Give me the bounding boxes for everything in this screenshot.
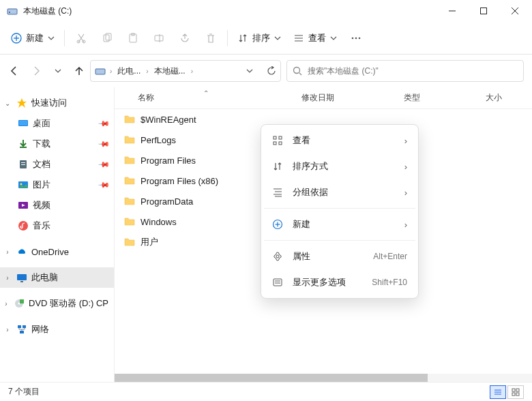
- monitor-icon: [16, 272, 27, 283]
- chevron-right-icon[interactable]: ›: [3, 326, 12, 333]
- sort-button[interactable]: 排序: [232, 26, 286, 50]
- chevron-right-icon[interactable]: ›: [3, 274, 12, 282]
- sidebar-quick-access[interactable]: ⌄ 快速访问: [0, 93, 114, 113]
- search-input[interactable]: [308, 66, 518, 76]
- search-bar[interactable]: [286, 60, 524, 82]
- delete-button[interactable]: [198, 26, 223, 50]
- close-button[interactable]: [499, 0, 531, 22]
- breadcrumb-item[interactable]: 本地磁...: [153, 65, 187, 77]
- sidebar-music[interactable]: 音乐: [15, 216, 114, 236]
- divider: [64, 30, 65, 46]
- column-headers: 名称⌃ 修改日期 类型 大小: [115, 87, 532, 109]
- plus-circle-icon: [11, 33, 22, 44]
- new-button[interactable]: 新建: [5, 26, 60, 50]
- address-bar[interactable]: › 此电... › 本地磁... ›: [90, 60, 281, 82]
- copy-button[interactable]: [95, 26, 119, 50]
- folder-icon: [124, 175, 135, 186]
- sidebar-documents[interactable]: 文档📌: [15, 154, 114, 175]
- sidebar-this-pc[interactable]: ›此电脑: [0, 267, 114, 288]
- ctx-show-more[interactable]: 显示更多选项 Shift+F10: [264, 269, 415, 295]
- svg-rect-35: [17, 274, 27, 280]
- rename-button[interactable]: [147, 26, 171, 50]
- share-button[interactable]: [173, 26, 197, 50]
- svg-rect-49: [516, 393, 519, 396]
- group-icon: [272, 187, 283, 198]
- svg-point-34: [18, 221, 28, 231]
- star-icon: [16, 98, 27, 108]
- horizontal-scrollbar[interactable]: [115, 374, 532, 382]
- chevron-down-icon[interactable]: ⌄: [3, 100, 12, 107]
- cut-button[interactable]: [69, 26, 93, 50]
- sidebar-desktop[interactable]: 桌面📌: [15, 113, 114, 134]
- ctx-view[interactable]: 查看 ›: [264, 128, 415, 153]
- ctx-new[interactable]: 新建 ›: [264, 211, 415, 237]
- svg-rect-27: [19, 121, 27, 125]
- separator: [264, 208, 415, 209]
- context-menu: 查看 › 排序方式 › 分组依据 › 新建 › 属性 Alt+Enter 显示更…: [261, 124, 419, 299]
- sidebar-onedrive[interactable]: ›OneDrive: [0, 241, 114, 262]
- more-button[interactable]: [344, 26, 368, 50]
- svg-point-32: [20, 183, 23, 185]
- column-date[interactable]: 修改日期: [292, 92, 394, 104]
- drive-icon: [7, 5, 18, 16]
- chevron-right-icon: ›: [404, 136, 407, 146]
- scrollbar-thumb[interactable]: [115, 374, 428, 382]
- back-button[interactable]: [8, 65, 19, 76]
- recent-button[interactable]: [55, 68, 61, 74]
- view-details-button[interactable]: [490, 385, 506, 399]
- properties-icon: [272, 251, 283, 262]
- column-name[interactable]: 名称⌃: [115, 92, 292, 104]
- network-icon: [16, 324, 27, 335]
- view-thumbnails-button[interactable]: [507, 385, 524, 399]
- column-size[interactable]: 大小: [476, 92, 532, 104]
- chevron-down-icon: [330, 35, 337, 42]
- pin-icon: 📌: [97, 137, 110, 150]
- svg-point-24: [294, 68, 300, 74]
- video-icon: [18, 200, 29, 211]
- breadcrumb-item[interactable]: 此电...: [116, 65, 142, 77]
- svg-rect-30: [21, 164, 25, 165]
- pictures-icon: [18, 179, 29, 190]
- chevron-right-icon[interactable]: ›: [190, 68, 194, 75]
- svg-rect-47: [516, 389, 519, 391]
- column-type[interactable]: 类型: [394, 92, 476, 104]
- svg-rect-41: [23, 325, 26, 328]
- sidebar-downloads[interactable]: 下载📌: [15, 134, 114, 154]
- up-button[interactable]: [74, 65, 85, 76]
- view-button[interactable]: 查看: [288, 26, 342, 50]
- folder-icon: [124, 196, 135, 207]
- paste-button[interactable]: [121, 26, 145, 50]
- svg-point-20: [352, 37, 354, 39]
- chevron-right-icon[interactable]: ›: [108, 68, 113, 75]
- chevron-right-icon[interactable]: ›: [3, 300, 10, 308]
- sidebar-pictures[interactable]: 图片📌: [15, 175, 114, 195]
- chevron-right-icon: ›: [404, 220, 407, 230]
- ctx-sort[interactable]: 排序方式 ›: [264, 153, 415, 179]
- svg-rect-3: [481, 8, 487, 14]
- plus-circle-icon: [272, 219, 283, 230]
- drive-icon: [95, 65, 106, 76]
- chevron-right-icon[interactable]: ›: [3, 248, 12, 256]
- disc-icon: [14, 298, 25, 309]
- svg-rect-23: [95, 69, 105, 74]
- chevron-right-icon[interactable]: ›: [145, 68, 149, 75]
- address-dropdown[interactable]: [246, 68, 253, 74]
- svg-rect-53: [279, 142, 282, 145]
- svg-rect-48: [512, 393, 515, 396]
- svg-line-25: [299, 73, 301, 75]
- view-icon: [293, 33, 304, 44]
- paste-icon: [128, 33, 138, 44]
- svg-rect-36: [20, 281, 23, 282]
- sidebar-network[interactable]: ›网络: [0, 319, 114, 340]
- svg-rect-46: [512, 389, 515, 391]
- grid-icon: [272, 135, 283, 146]
- folder-icon: [124, 114, 135, 125]
- ctx-group[interactable]: 分组依据 ›: [264, 179, 415, 205]
- ctx-properties[interactable]: 属性 Alt+Enter: [264, 243, 415, 269]
- maximize-button[interactable]: [468, 0, 499, 22]
- minimize-button[interactable]: [437, 0, 468, 22]
- sidebar-videos[interactable]: 视频: [15, 195, 114, 216]
- sidebar-dvd[interactable]: ›DVD 驱动器 (D:) CP: [0, 293, 114, 314]
- refresh-button[interactable]: [267, 66, 276, 76]
- forward-button[interactable]: [31, 65, 42, 76]
